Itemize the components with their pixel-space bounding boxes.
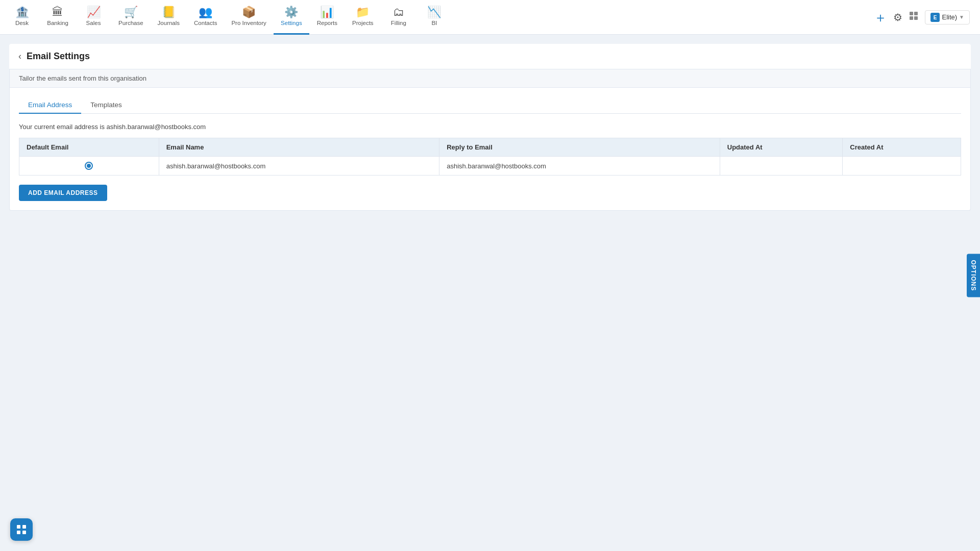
email-table: Default EmailEmail NameReply to EmailUpd…	[19, 138, 961, 176]
table-header-row: Default EmailEmail NameReply to EmailUpd…	[19, 138, 961, 157]
desk-label: Desk	[15, 20, 29, 26]
tab-email-address[interactable]: Email Address	[19, 97, 81, 114]
projects-icon: 📁	[356, 7, 370, 18]
page-header: ‹ Email Settings	[9, 44, 971, 69]
description-text: Tailor the emails sent from this organis…	[19, 74, 146, 82]
svg-rect-7	[22, 525, 26, 529]
col-created-at: Created At	[843, 138, 961, 157]
main-content: ‹ Email Settings Tailor the emails sent …	[0, 35, 980, 211]
grid-button[interactable]	[909, 11, 919, 23]
table-body: ashish.baranwal@hostbooks.comashish.bara…	[19, 157, 961, 176]
content-card: Email AddressTemplates Your current emai…	[9, 88, 971, 211]
bottom-widget[interactable]	[10, 518, 33, 541]
nav-right: ＋ ⚙ E Elite) ▼	[874, 10, 976, 24]
tab-templates[interactable]: Templates	[81, 97, 131, 114]
reply-email-cell: ashish.baranwal@hostbooks.com	[439, 157, 720, 176]
nav-item-projects[interactable]: 📁 Projects	[345, 0, 381, 35]
updated-at-cell	[720, 157, 843, 176]
filling-label: Filling	[391, 20, 406, 26]
settings-label: Settings	[281, 20, 302, 26]
journals-label: Journals	[158, 20, 180, 26]
nav-item-reports[interactable]: 📊 Reports	[309, 0, 345, 35]
add-email-button[interactable]: ADD EMAIL ADDRESS	[19, 185, 107, 201]
reports-icon: 📊	[320, 7, 334, 18]
col-updated-at: Updated At	[720, 138, 843, 157]
svg-rect-0	[910, 12, 913, 15]
svg-rect-9	[22, 531, 26, 534]
nav-item-desk[interactable]: 🏦 Desk	[4, 0, 40, 35]
projects-label: Projects	[352, 20, 374, 26]
description-bar: Tailor the emails sent from this organis…	[9, 69, 971, 88]
options-tab[interactable]: OPTIONS	[967, 254, 980, 297]
filling-icon: 🗂	[393, 7, 404, 18]
settings-icon: ⚙️	[284, 7, 298, 18]
back-icon: ‹	[18, 51, 21, 62]
svg-rect-6	[17, 525, 20, 529]
nav-item-settings[interactable]: ⚙️ Settings	[274, 0, 309, 35]
svg-rect-2	[910, 16, 913, 20]
col-reply-to-email: Reply to Email	[439, 138, 720, 157]
nav-item-contacts[interactable]: 👥 Contacts	[187, 0, 224, 35]
banking-icon: 🏛	[52, 7, 63, 18]
radio-selected-icon	[85, 162, 93, 170]
reports-label: Reports	[317, 20, 337, 26]
pro-inventory-icon: 📦	[242, 7, 256, 18]
page-title: Email Settings	[27, 51, 90, 62]
journals-icon: 📒	[162, 7, 176, 18]
nav-item-banking[interactable]: 🏛 Banking	[40, 0, 76, 35]
nav-item-pro-inventory[interactable]: 📦 Pro Inventory	[224, 0, 273, 35]
col-default-email: Default Email	[19, 138, 159, 157]
email-name-cell: ashish.baranwal@hostbooks.com	[159, 157, 439, 176]
sales-label: Sales	[86, 20, 101, 26]
back-button[interactable]: ‹	[18, 51, 21, 62]
contacts-label: Contacts	[194, 20, 217, 26]
nav-item-journals[interactable]: 📒 Journals	[151, 0, 187, 35]
purchase-icon: 🛒	[124, 7, 138, 18]
svg-rect-1	[914, 12, 918, 15]
nav-items: 🏦 Desk 🏛 Banking 📈 Sales 🛒 Purchase 📒 Jo…	[4, 0, 874, 35]
bi-label: BI	[431, 20, 437, 26]
col-email-name: Email Name	[159, 138, 439, 157]
nav-item-filling[interactable]: 🗂 Filling	[381, 0, 416, 35]
chevron-down-icon: ▼	[959, 14, 964, 20]
top-nav: 🏦 Desk 🏛 Banking 📈 Sales 🛒 Purchase 📒 Jo…	[0, 0, 980, 35]
svg-rect-8	[17, 531, 20, 534]
created-at-cell	[843, 157, 961, 176]
purchase-label: Purchase	[118, 20, 143, 26]
elite-dropdown[interactable]: E Elite) ▼	[925, 10, 970, 24]
desk-icon: 🏦	[15, 7, 29, 18]
svg-text:E: E	[934, 15, 937, 20]
email-info: Your current email address is ashish.bar…	[19, 123, 961, 131]
pro-inventory-label: Pro Inventory	[231, 20, 266, 26]
nav-item-sales[interactable]: 📈 Sales	[76, 0, 111, 35]
elite-label: Elite)	[942, 13, 957, 21]
contacts-icon: 👥	[199, 7, 212, 18]
add-button[interactable]: ＋	[874, 11, 887, 24]
bi-icon: 📉	[427, 7, 441, 18]
banking-label: Banking	[47, 20, 68, 26]
table-head: Default EmailEmail NameReply to EmailUpd…	[19, 138, 961, 157]
table-row: ashish.baranwal@hostbooks.comashish.bara…	[19, 157, 961, 176]
gear-button[interactable]: ⚙	[893, 11, 902, 23]
nav-item-bi[interactable]: 📉 BI	[416, 0, 452, 35]
sales-icon: 📈	[87, 7, 101, 18]
tabs: Email AddressTemplates	[19, 97, 961, 114]
default-email-cell[interactable]	[19, 157, 159, 176]
nav-item-purchase[interactable]: 🛒 Purchase	[111, 0, 151, 35]
svg-rect-3	[914, 16, 918, 20]
